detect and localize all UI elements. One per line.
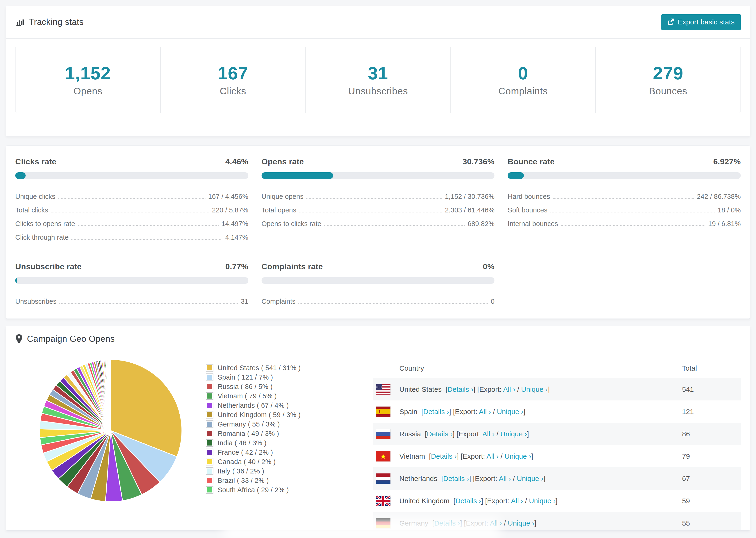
export-button-label: Export basic stats xyxy=(678,18,735,26)
geo-country-cell: Germany [Details ›] [Export: All › / Uni… xyxy=(399,519,536,527)
progress-track xyxy=(15,172,248,179)
geo-country-cell: Russia [Details ›] [Export: All › / Uniq… xyxy=(399,430,529,438)
details-link[interactable]: Details › xyxy=(427,430,453,438)
rate-detail-row: Total clicks 220 / 5.87% xyxy=(15,200,248,214)
legend-swatch xyxy=(206,439,213,447)
legend-label: Russia ( 86 / 5% ) xyxy=(218,383,273,391)
legend-label: South Africa ( 29 / 2% ) xyxy=(218,486,289,494)
flag-vn-icon xyxy=(376,451,391,461)
legend-label: France ( 42 / 2% ) xyxy=(218,449,273,456)
export-basic-stats-button[interactable]: Export basic stats xyxy=(661,14,741,30)
legend-item: Brazil ( 33 / 2% ) xyxy=(206,476,373,485)
rate-title: Bounce rate xyxy=(508,157,555,166)
stat-value: 1,152 xyxy=(65,63,111,83)
details-link[interactable]: Details › xyxy=(434,519,460,527)
export-all-link[interactable]: All › xyxy=(490,519,502,527)
export-all-link[interactable]: All › xyxy=(479,408,491,415)
dotted-leader xyxy=(553,198,694,199)
geo-table-row-es: Spain [Details ›] [Export: All › / Uniqu… xyxy=(373,401,741,423)
export-unique-link[interactable]: Unique › xyxy=(529,497,556,505)
geo-country-cell: Netherlands [Details ›] [Export: All › /… xyxy=(399,475,545,483)
rate-value: 6.927% xyxy=(713,157,741,166)
export-unique-link[interactable]: Unique › xyxy=(508,519,534,527)
geo-table-row-nl: Netherlands [Details ›] [Export: All › /… xyxy=(373,467,741,490)
rate-detail-row: Complaints 0 xyxy=(261,292,495,305)
details-link[interactable]: Details › xyxy=(431,452,457,460)
geo-total-cell: 541 xyxy=(682,385,741,394)
details-link[interactable]: Details › xyxy=(455,497,481,505)
rate-card-1: Opens rate 30.736% Unique opens 1,152 / … xyxy=(261,157,495,241)
legend-swatch xyxy=(206,402,213,409)
stat-label: Clicks xyxy=(220,86,246,97)
export-all-link[interactable]: All › xyxy=(499,475,511,482)
legend-item: Spain ( 121 / 7% ) xyxy=(206,372,373,382)
dotted-leader xyxy=(51,212,209,212)
rate-detail-row: Internal bounces 19 / 6.81% xyxy=(508,214,741,228)
legend-label: Netherlands ( 67 / 4% ) xyxy=(218,402,289,409)
geo-table-header-total: Total xyxy=(682,364,741,372)
dotted-leader xyxy=(324,225,465,226)
legend-label: India ( 46 / 3% ) xyxy=(218,439,266,447)
geo-table-row-vn: Vietnam [Details ›] [Export: All › / Uni… xyxy=(373,445,741,467)
flag-us-icon xyxy=(376,384,391,395)
dotted-leader xyxy=(299,212,442,212)
rate-detail-row: Opens to clicks rate 689.82% xyxy=(261,214,495,228)
rate-title: Complaints rate xyxy=(261,262,323,271)
pie-slice xyxy=(110,359,111,430)
rate-detail-value: 242 / 86.738% xyxy=(697,193,741,200)
dotted-leader xyxy=(298,303,488,304)
rate-detail-label: Unique opens xyxy=(261,193,303,200)
rate-detail-value: 14.497% xyxy=(221,220,248,228)
rate-detail-row: Total opens 2,303 / 61.446% xyxy=(261,200,495,214)
export-unique-link[interactable]: Unique › xyxy=(500,430,527,438)
tracking-stats-title-text: Tracking stats xyxy=(29,17,83,27)
legend-item: South Africa ( 29 / 2% ) xyxy=(206,485,373,495)
rate-detail-label: Hard bounces xyxy=(508,193,550,200)
stat-label: Complaints xyxy=(499,86,548,97)
legend-swatch xyxy=(206,467,213,475)
rate-detail-label: Total clicks xyxy=(15,206,48,214)
tracking-stats-title: Tracking stats xyxy=(15,17,83,27)
progress-fill xyxy=(261,172,333,179)
export-unique-link[interactable]: Unique › xyxy=(521,385,548,393)
stats-summary-row: 1,152 Opens 167 Clicks 31 Unsubscribes 0… xyxy=(15,47,741,113)
flag-de-icon xyxy=(376,518,391,528)
legend-label: Romania ( 49 / 3% ) xyxy=(218,430,279,438)
legend-item: United States ( 541 / 31% ) xyxy=(206,363,373,372)
export-unique-link[interactable]: Unique › xyxy=(517,475,543,482)
stat-box-unsubscribes: 31 Unsubscribes xyxy=(306,47,451,113)
export-all-link[interactable]: All › xyxy=(482,430,495,438)
legend-label: Vietnam ( 79 / 5% ) xyxy=(218,392,277,400)
rate-detail-label: Unique clicks xyxy=(15,193,55,200)
stat-label: Unsubscribes xyxy=(348,86,408,97)
rate-detail-label: Click through rate xyxy=(15,234,69,241)
legend-label: Brazil ( 33 / 2% ) xyxy=(218,477,269,484)
legend-swatch xyxy=(206,420,213,428)
geo-opens-title-text: Campaign Geo Opens xyxy=(27,334,115,344)
details-link[interactable]: Details › xyxy=(443,475,469,482)
details-link[interactable]: Details › xyxy=(423,408,449,415)
legend-label: Italy ( 36 / 2% ) xyxy=(218,467,264,475)
legend-item: Italy ( 36 / 2% ) xyxy=(206,466,373,476)
rate-detail-row: Unique clicks 167 / 4.456% xyxy=(15,187,248,200)
rate-detail-label: Clicks to opens rate xyxy=(15,220,75,228)
stat-box-opens: 1,152 Opens xyxy=(16,47,161,113)
rate-detail-label: Complaints xyxy=(261,297,296,305)
geo-opens-header: Campaign Geo Opens xyxy=(6,326,750,352)
rate-value: 0.77% xyxy=(225,262,248,271)
export-unique-link[interactable]: Unique › xyxy=(505,452,531,460)
legend-item: United Kingdom ( 59 / 3% ) xyxy=(206,410,373,419)
map-pin-icon xyxy=(15,334,23,344)
rate-detail-row: Click through rate 4.147% xyxy=(15,228,248,241)
export-unique-link[interactable]: Unique › xyxy=(497,408,523,415)
export-all-link[interactable]: All › xyxy=(503,385,515,393)
rate-detail-label: Internal bounces xyxy=(508,220,558,228)
rate-value: 4.46% xyxy=(225,157,248,166)
rate-card-2: Bounce rate 6.927% Hard bounces 242 / 86… xyxy=(508,157,741,241)
details-link[interactable]: Details › xyxy=(448,385,473,393)
export-all-link[interactable]: All › xyxy=(486,452,499,460)
dotted-leader xyxy=(78,225,219,226)
geo-country-cell: Spain [Details ›] [Export: All › / Uniqu… xyxy=(399,408,525,416)
export-all-link[interactable]: All › xyxy=(511,497,523,505)
legend-item: Vietnam ( 79 / 5% ) xyxy=(206,391,373,401)
